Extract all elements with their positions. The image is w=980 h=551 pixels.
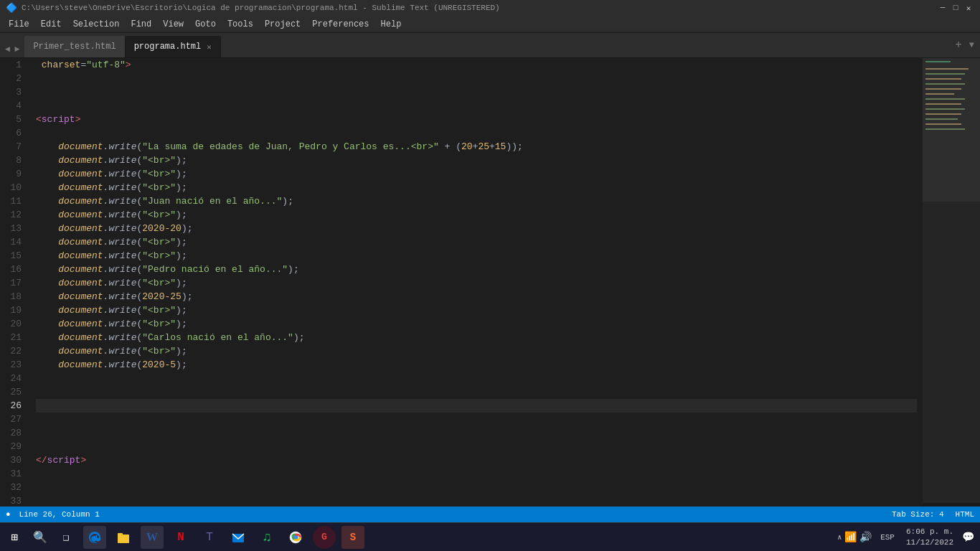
line-number-13: 13 [6, 222, 22, 235]
code-line-21: document.write("Carlos nació en el año..… [36, 331, 917, 344]
line-number-16: 16 [6, 263, 22, 276]
titlebar-icon: 🔷 [6, 2, 17, 14]
line-number-29: 29 [6, 440, 22, 453]
tab-nav: ◄ ► [3, 42, 22, 57]
teams-icon[interactable]: T [198, 526, 221, 549]
menu-item-view[interactable]: View [157, 16, 189, 32]
code-line-2 [36, 72, 917, 85]
menubar: FileEditSelectionFindViewGotoToolsProjec… [0, 16, 980, 33]
menu-item-project[interactable]: Project [259, 16, 306, 32]
code-line-5: <script> [36, 113, 917, 126]
code-line-25 [36, 385, 917, 399]
mail-icon[interactable] [227, 526, 250, 549]
code-line-14: document.write("<br>"); [36, 235, 917, 249]
code-line-1: charset="utf-8"> [36, 58, 917, 72]
titlebar-controls: ─ □ ✕ [937, 2, 974, 14]
notification-center-icon[interactable]: 💬 [962, 531, 974, 543]
line-number-11: 11 [6, 194, 22, 208]
code-line-7: document.write("La suma de edades de Jua… [36, 140, 917, 154]
cursor-position[interactable]: Line 26, Column 1 [19, 510, 100, 519]
vcs-indicator: ● [6, 510, 11, 519]
taskbar-right: ∧ 📶 🔊 ESP 6:06 p. m. 11/12/2022 💬 [837, 527, 977, 547]
code-line-4 [36, 99, 917, 113]
menu-item-help[interactable]: Help [375, 16, 407, 32]
taskbar-left: ⊞ 🔍 ❑ [3, 526, 77, 549]
edge-icon[interactable] [83, 526, 106, 549]
tab-size[interactable]: Tab Size: 4 [892, 510, 944, 519]
line-number-15: 15 [6, 249, 22, 263]
close-button[interactable]: ✕ [963, 2, 974, 14]
tab-programa[interactable]: programa.html ✕ [126, 36, 221, 57]
tabbar-right: + ▼ [952, 33, 980, 57]
code-editor[interactable]: charset="utf-8"> <script> document.write… [30, 58, 923, 507]
system-tray: ∧ 📶 🔊 [837, 531, 872, 543]
volume-icon[interactable]: 🔊 [859, 531, 872, 543]
taskbar-center: W N T ♫ G S [77, 526, 837, 549]
maximize-button[interactable]: □ [950, 2, 961, 14]
svg-rect-16 [118, 534, 129, 543]
code-line-16: document.write("Pedro nació en el año...… [36, 263, 917, 276]
code-line-28 [36, 426, 917, 440]
line-number-24: 24 [6, 372, 22, 385]
line-number-5: 5 [6, 113, 22, 126]
code-line-8: document.write("<br>"); [36, 154, 917, 167]
chrome-alt-icon[interactable]: G [313, 526, 336, 549]
wifi-icon[interactable]: 📶 [844, 531, 857, 543]
line-numbers: 1234567891011121314151617181920212223242… [0, 58, 30, 507]
code-line-22: document.write("<br>"); [36, 344, 917, 358]
tab-options-icon[interactable]: ▼ [969, 40, 974, 50]
menu-item-goto[interactable]: Goto [189, 16, 222, 32]
menu-item-preferences[interactable]: Preferences [306, 16, 374, 32]
search-button[interactable]: 🔍 [29, 526, 52, 549]
sublime-text-icon[interactable]: S [341, 526, 364, 549]
language-indicator[interactable]: ESP [877, 533, 897, 542]
code-line-10: document.write("<br>"); [36, 181, 917, 194]
menu-item-find[interactable]: Find [125, 16, 157, 32]
line-number-3: 3 [6, 85, 22, 99]
code-line-9: document.write("<br>"); [36, 167, 917, 181]
line-number-17: 17 [6, 276, 22, 290]
tab-nav-left[interactable]: ◄ [3, 42, 12, 57]
tab-primer-test[interactable]: Primer_test.html [24, 36, 125, 57]
new-tab-button[interactable]: + [952, 37, 965, 53]
code-line-15: document.write("<br>"); [36, 249, 917, 263]
line-number-31: 31 [6, 467, 22, 481]
task-view-button[interactable]: ❑ [55, 526, 77, 549]
titlebar-title: C:\Users\steve\OneDrive\Escritorio\Logic… [22, 4, 937, 12]
line-number-7: 7 [6, 140, 22, 154]
titlebar: 🔷 C:\Users\steve\OneDrive\Escritorio\Log… [0, 0, 980, 16]
netflix-icon[interactable]: N [169, 526, 192, 549]
svg-rect-15 [923, 58, 980, 202]
time-display: 6:06 p. m. [906, 527, 953, 537]
clock[interactable]: 6:06 p. m. 11/12/2022 [903, 527, 956, 547]
spotify-icon[interactable]: ♫ [255, 526, 278, 549]
menu-item-selection[interactable]: Selection [67, 16, 126, 32]
line-number-33: 33 [6, 494, 22, 507]
code-line-17: document.write("<br>"); [36, 276, 917, 290]
date-display: 11/12/2022 [906, 537, 953, 547]
tab-nav-right[interactable]: ► [12, 42, 22, 57]
start-button[interactable]: ⊞ [3, 526, 26, 549]
line-number-19: 19 [6, 303, 22, 317]
line-number-28: 28 [6, 426, 22, 440]
tab-programa-close[interactable]: ✕ [207, 42, 212, 52]
menu-item-tools[interactable]: Tools [222, 16, 259, 32]
minimize-button[interactable]: ─ [937, 2, 948, 14]
tab-programa-label: programa.html [134, 42, 202, 52]
file-explorer-icon[interactable] [112, 526, 135, 549]
menu-item-file[interactable]: File [3, 16, 35, 32]
code-line-18: document.write(2020-25); [36, 290, 917, 303]
word-icon[interactable]: W [141, 526, 164, 549]
show-hidden-icons[interactable]: ∧ [837, 533, 842, 542]
line-number-14: 14 [6, 235, 22, 249]
line-number-20: 20 [6, 317, 22, 331]
line-number-25: 25 [6, 385, 22, 399]
code-line-6 [36, 126, 917, 140]
menu-item-edit[interactable]: Edit [35, 16, 67, 32]
language-mode[interactable]: HTML [956, 510, 974, 519]
chrome-icon[interactable] [284, 526, 307, 549]
tab-primer-test-label: Primer_test.html [33, 42, 116, 52]
minimap [923, 58, 980, 507]
code-line-19: document.write("<br>"); [36, 303, 917, 317]
line-number-32: 32 [6, 481, 22, 494]
